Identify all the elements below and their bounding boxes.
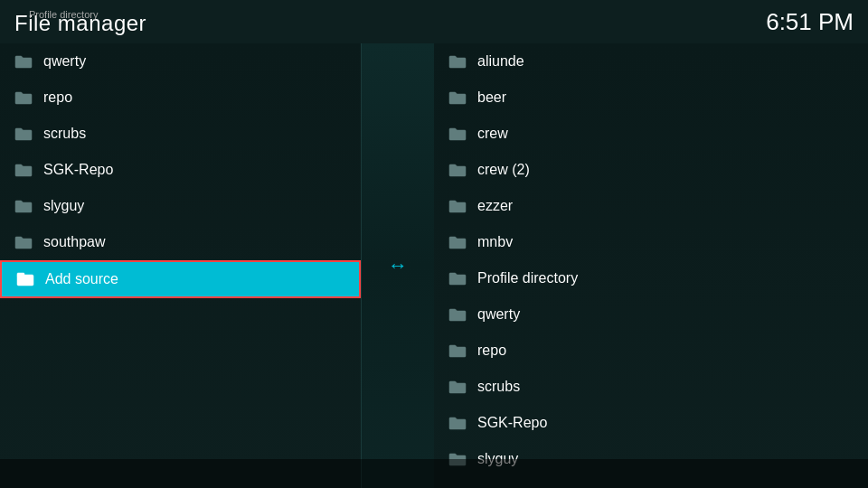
list-item-label: qwerty bbox=[477, 306, 520, 323]
list-item-label: SGK-Repo bbox=[477, 415, 547, 431]
right-list-item[interactable]: scrubs bbox=[434, 369, 868, 405]
left-list-item[interactable]: southpaw bbox=[0, 224, 361, 260]
right-list-item[interactable]: Profile directory bbox=[434, 260, 868, 296]
folder-icon bbox=[14, 163, 33, 177]
right-list-item[interactable]: crew bbox=[434, 116, 868, 152]
left-list-item[interactable]: SGK-Repo bbox=[0, 152, 361, 188]
right-list-item[interactable]: aliunde bbox=[434, 43, 868, 80]
list-item-label: southpaw bbox=[43, 234, 106, 250]
main-container: qwerty repo scrubs SGK-Repo slyguy south… bbox=[0, 43, 868, 488]
left-list-item[interactable]: repo bbox=[0, 80, 361, 116]
list-item-label: repo bbox=[43, 89, 72, 106]
left-list-item[interactable]: scrubs bbox=[0, 116, 361, 152]
svg-rect-1 bbox=[17, 273, 24, 277]
right-panel: aliunde beer crew crew (2) ezzer mnbv Pr… bbox=[434, 43, 868, 488]
list-item-label: beer bbox=[477, 89, 506, 106]
right-list-item[interactable]: crew (2) bbox=[434, 152, 868, 188]
header: Profile directory File manager 6:51 PM bbox=[0, 0, 868, 43]
list-item-label: SGK-Repo bbox=[43, 162, 113, 178]
folder-icon bbox=[448, 90, 467, 105]
left-list-item[interactable]: Add source bbox=[0, 260, 361, 298]
right-list-item[interactable]: qwerty bbox=[434, 296, 868, 333]
folder-icon bbox=[14, 54, 33, 69]
list-item-label: Add source bbox=[45, 271, 118, 287]
center-divider: ↔ bbox=[362, 43, 434, 488]
folder-icon bbox=[14, 127, 33, 141]
right-list: aliunde beer crew crew (2) ezzer mnbv Pr… bbox=[434, 43, 868, 477]
header-subtitle: Profile directory bbox=[29, 9, 98, 20]
right-list-item[interactable]: beer bbox=[434, 80, 868, 116]
list-item-label: slyguy bbox=[43, 198, 84, 214]
list-item-label: qwerty bbox=[43, 53, 86, 70]
left-list-item[interactable]: qwerty bbox=[0, 43, 361, 80]
left-list-item[interactable]: slyguy bbox=[0, 188, 361, 224]
list-item-label: mnbv bbox=[477, 234, 513, 250]
folder-icon bbox=[448, 416, 467, 430]
folder-icon bbox=[448, 54, 467, 69]
folder-icon bbox=[448, 271, 467, 286]
folder-icon bbox=[448, 307, 467, 322]
folder-icon bbox=[14, 235, 33, 249]
list-item-label: repo bbox=[477, 343, 506, 359]
left-list: qwerty repo scrubs SGK-Repo slyguy south… bbox=[0, 43, 361, 298]
list-item-label: ezzer bbox=[477, 198, 513, 214]
folder-icon bbox=[14, 90, 33, 105]
folder-icon bbox=[448, 380, 467, 394]
transfer-arrows-icon: ↔ bbox=[388, 254, 408, 277]
right-list-item[interactable]: SGK-Repo bbox=[434, 405, 868, 441]
right-list-item[interactable]: mnbv bbox=[434, 224, 868, 260]
folder-icon bbox=[448, 163, 467, 177]
bottom-bar bbox=[0, 459, 868, 488]
right-list-item[interactable]: ezzer bbox=[434, 188, 868, 224]
left-panel: qwerty repo scrubs SGK-Repo slyguy south… bbox=[0, 43, 362, 488]
folder-icon bbox=[448, 199, 467, 213]
add-source-icon bbox=[16, 272, 34, 286]
list-item-label: crew bbox=[477, 126, 508, 142]
folder-icon bbox=[448, 343, 467, 358]
right-list-item[interactable]: repo bbox=[434, 333, 868, 369]
folder-icon bbox=[448, 127, 467, 141]
list-item-label: scrubs bbox=[43, 126, 86, 142]
list-item-label: Profile directory bbox=[477, 270, 578, 286]
folder-icon bbox=[448, 235, 467, 249]
folder-icon bbox=[14, 199, 33, 213]
list-item-label: aliunde bbox=[477, 53, 524, 70]
list-item-label: crew (2) bbox=[477, 162, 530, 178]
list-item-label: scrubs bbox=[477, 379, 520, 395]
clock: 6:51 PM bbox=[766, 8, 854, 36]
